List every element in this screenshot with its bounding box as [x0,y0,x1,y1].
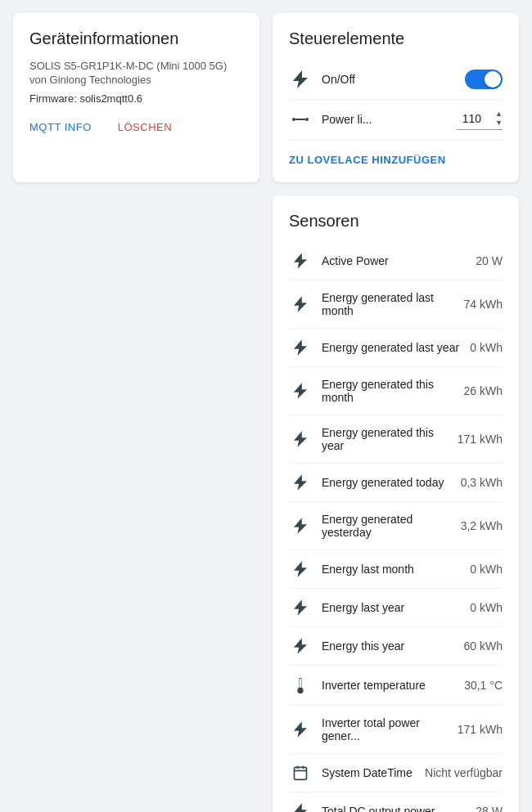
power-limit-spin: ▲ ▼ [495,110,503,128]
sensor-row: Inverter total power gener... 171 kWh [289,706,503,754]
power-limit-icon [289,115,312,123]
device-info-card: Geräteinformationen SOLIS S5-GR1P1K-M-DC… [13,13,259,182]
sensor-value: 0 kWh [470,601,503,614]
sensor-name: Total DC output power [322,805,466,812]
sensor-row: Energy last month 0 kWh [289,550,503,589]
controls-title: Steuerelemente [289,29,503,48]
sensor-value: 28 W [476,805,503,812]
sensor-icon-bolt [289,638,312,654]
sensor-value: 74 kWh [464,298,503,311]
sensor-value: 171 kWh [458,723,503,736]
sensor-value: Nicht verfügbar [425,766,503,779]
sensor-name: Inverter temperature [322,679,454,692]
svg-point-0 [292,118,295,121]
sensor-list: Active Power 20 W Energy generated last … [289,242,503,812]
controls-card: Steuerelemente On/Off Power li. [273,13,519,182]
power-limit-input[interactable] [457,112,494,125]
sensor-name: Energy generated today [322,476,451,489]
sensor-name: Active Power [322,254,466,267]
sensor-icon-bolt [289,431,312,447]
sensor-value: 60 kWh [464,639,503,653]
bolt-icon-onoff [289,70,312,88]
svg-rect-5 [300,678,302,687]
sensor-row: Total DC output power 28 W [289,792,503,812]
sensor-value: 26 kWh [464,384,503,397]
controls-add-lovelace-button[interactable]: ZU LOVELACE HINZUFÜGEN [289,154,503,166]
sensor-row: Energy this year 60 kWh [289,627,503,666]
sensor-name: Energy last year [322,601,460,614]
sensor-name: Inverter total power gener... [322,716,448,742]
onoff-control-row: On/Off [289,60,503,100]
sensor-icon-bolt [289,296,312,312]
sensor-value: 171 kWh [458,433,503,446]
sensor-value: 3,2 kWh [461,519,503,532]
sensors-card: Sensoren Active Power 20 W Energy genera… [273,195,519,812]
sensor-name: Energy last month [322,563,460,576]
svg-point-2 [305,118,309,121]
sensor-row: Energy generated yesterday 3,2 kWh [289,502,503,550]
onoff-toggle[interactable] [465,70,503,89]
delete-button[interactable]: LÖSCHEN [118,121,172,133]
power-limit-control-row: Power li... ▲ ▼ [289,100,503,141]
power-limit-label: Power li... [322,113,447,126]
sensor-name: Energy generated last year [322,341,460,354]
sensor-name: Energy generated this month [322,378,454,404]
sensor-icon-bolt [289,561,312,577]
sensor-row: Energy generated last year 0 kWh [289,329,503,367]
sensor-icon-bolt [289,721,312,738]
device-firmware: Firmware: solis2mqtt0.6 [29,92,243,105]
spin-down-button[interactable]: ▼ [495,119,503,128]
sensor-icon-bolt [289,253,312,269]
sensor-row: Energy generated this year 171 kWh [289,415,503,464]
mqtt-info-button[interactable]: MQTT INFO [29,121,92,133]
sensor-icon-bolt [289,599,312,616]
sensor-name: System DateTime [322,766,415,779]
sensor-icon-bolt [289,383,312,399]
sensor-icon-bolt [289,339,312,356]
sensor-row: Energy last year 0 kWh [289,589,503,627]
sensor-icon-thermometer [289,676,312,694]
sensor-icon-bolt [289,518,312,534]
device-manufacturer: von Ginlong Technologies [29,74,243,86]
sensor-value: 0 kWh [470,341,503,354]
sensor-value: 0,3 kWh [461,476,503,489]
sensor-row: Energy generated this month 26 kWh [289,367,503,415]
device-info-title: Geräteinformationen [29,29,243,48]
spin-up-button[interactable]: ▲ [495,110,503,119]
sensor-value: 0 kWh [470,563,503,576]
sensor-value: 20 W [476,254,503,267]
device-actions: MQTT INFO LÖSCHEN [29,121,243,133]
onoff-label: On/Off [322,73,455,86]
sensor-icon-bolt [289,474,312,491]
sensor-row: Energy generated today 0,3 kWh [289,464,503,502]
svg-point-6 [299,689,303,693]
sensor-row: Inverter temperature 30,1 °C [289,666,503,706]
sensor-icon-bolt [289,803,312,812]
svg-rect-7 [295,767,307,779]
sensor-icon-calendar [289,765,312,781]
sensor-name: Energy generated this year [322,426,448,452]
sensor-row: System DateTime Nicht verfügbar [289,754,503,792]
sensor-row: Energy generated last month 74 kWh [289,280,503,329]
sensors-title: Sensoren [289,212,503,231]
sensor-name: Energy generated last month [322,291,454,317]
sensor-row: Active Power 20 W [289,242,503,280]
device-model: SOLIS S5-GR1P1K-M-DC (Mini 1000 5G) [29,60,243,72]
sensor-value: 30,1 °C [464,679,503,692]
sensor-name: Energy this year [322,639,454,653]
sensor-name: Energy generated yesterday [322,513,451,539]
power-limit-input-wrap: ▲ ▼ [457,110,503,130]
